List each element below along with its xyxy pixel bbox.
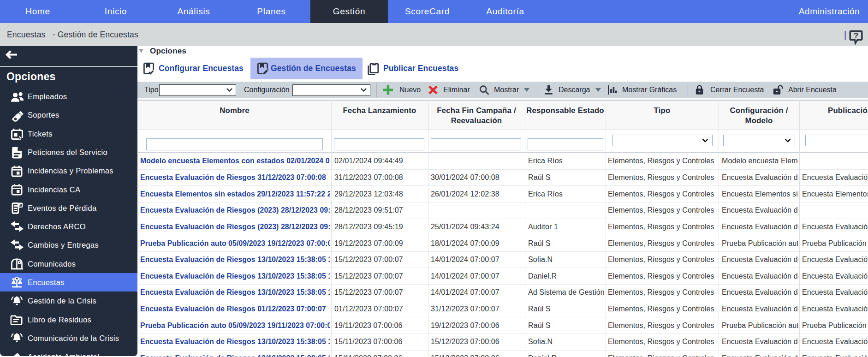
svg-text:?: ? (854, 31, 858, 40)
